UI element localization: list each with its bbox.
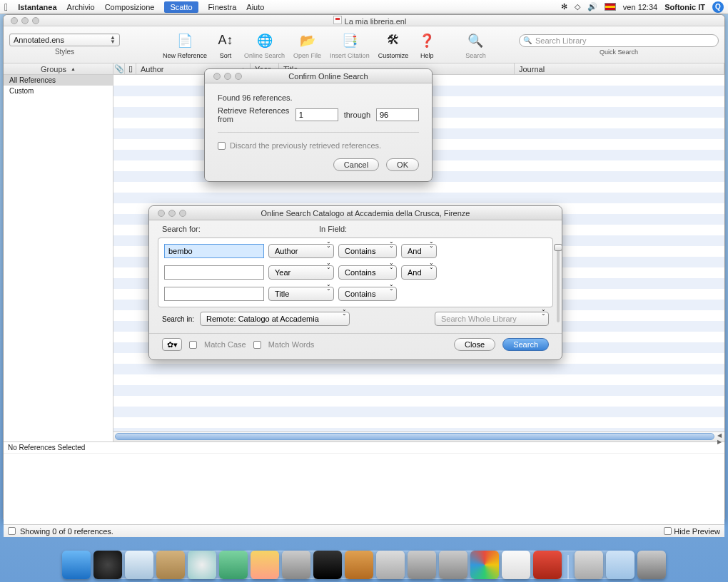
operator-popup[interactable]: Contains <box>338 287 397 301</box>
bluetooth-icon[interactable]: ✻ <box>561 2 567 11</box>
hide-preview-checkbox[interactable] <box>664 527 672 535</box>
field-popup[interactable]: Title <box>268 287 334 301</box>
dock-swirl-icon[interactable] <box>470 551 499 579</box>
style-popup[interactable]: Annotated.ens▲▼ <box>9 34 120 46</box>
dock-textedit-icon[interactable] <box>502 551 530 579</box>
dock-preferences-icon[interactable] <box>439 551 467 579</box>
close-button[interactable]: Close <box>454 338 495 351</box>
spotlight-icon[interactable]: Q <box>712 1 724 13</box>
field-popup[interactable]: Author <box>268 244 334 258</box>
dock-documents-icon[interactable] <box>606 551 635 579</box>
toolbar-insert-citation[interactable]: 📑Insert Citation <box>330 31 370 59</box>
quick-search-label: Quick Search <box>600 48 638 56</box>
dock-finder-icon[interactable] <box>62 551 91 579</box>
dock-dashboard-icon[interactable] <box>93 551 122 579</box>
dock-mail-icon[interactable] <box>575 551 603 579</box>
preview-pane <box>4 453 724 524</box>
apple-menu-icon[interactable]:  <box>4 1 8 13</box>
operator-popup[interactable]: Contains <box>338 244 397 258</box>
quick-search-input[interactable]: Search Library <box>519 34 719 47</box>
dock-utilities-icon[interactable] <box>408 551 436 579</box>
search-term-input[interactable] <box>164 244 264 258</box>
search-row: TitleContains <box>164 287 547 301</box>
input-flag-icon[interactable] <box>605 3 616 11</box>
dock <box>0 543 728 582</box>
confirm-online-search-dialog: Confirm Online Search Found 96 reference… <box>204 68 433 182</box>
window-title: La mia libreria.enl <box>345 17 407 26</box>
retrieve-from-input[interactable] <box>295 108 338 121</box>
clock[interactable]: ven 12:34 <box>623 3 657 11</box>
field-popup[interactable]: Year <box>268 265 334 280</box>
close-icon[interactable] <box>158 210 165 217</box>
dock-image-capture-icon[interactable] <box>282 551 310 579</box>
paperclip-column-icon: 📎 <box>113 63 125 74</box>
search-term-input[interactable] <box>164 287 264 301</box>
toolbar-help[interactable]: ❓Help <box>417 31 437 59</box>
toolbar-customize[interactable]: 🛠Customize <box>378 31 409 59</box>
menu-finestra[interactable]: Finestra <box>208 3 237 11</box>
operator-popup[interactable]: Contains <box>338 265 397 280</box>
search-row: YearContainsAnd <box>164 265 547 280</box>
app-name[interactable]: Istantanea <box>18 3 56 11</box>
toolbar: Annotated.ens▲▼ Styles 📄New ReferenceA↕S… <box>4 26 724 63</box>
discard-checkbox[interactable] <box>218 142 226 150</box>
menu-composizione[interactable]: Composizione <box>105 3 155 11</box>
menu-scatto[interactable]: Scatto <box>164 1 198 13</box>
search-term-input[interactable] <box>164 265 264 280</box>
window-titlebar[interactable]: La mia libreria.enl <box>4 15 724 26</box>
dock-trash-icon[interactable] <box>637 551 666 579</box>
sidebar: Groups▲ All ReferencesCustom <box>4 63 113 441</box>
search-in-popup[interactable]: Remote: Catalogo at Accademia <box>200 312 350 326</box>
statusbar: Showing 0 of 0 references. Hide Preview <box>4 524 724 537</box>
dock-iphoto-icon[interactable] <box>251 551 279 579</box>
status-text: Showing 0 of 0 references. <box>20 527 113 536</box>
toolbar-online-search[interactable]: 🌐Online Search <box>244 31 285 59</box>
dock-imovie-icon[interactable] <box>313 551 342 579</box>
document-icon <box>333 16 342 24</box>
match-words-checkbox[interactable] <box>253 341 261 349</box>
account-name[interactable]: Softonic IT <box>664 3 705 11</box>
preview-label: No References Selected <box>4 441 724 453</box>
menu-aiuto[interactable]: Aiuto <box>246 3 264 11</box>
search-row: AuthorContainsAnd <box>164 244 547 258</box>
online-search-dialog: Online Search Catalogo at Accademia dell… <box>148 205 562 360</box>
sidebar-header[interactable]: Groups▲ <box>4 63 113 75</box>
dock-garageband-icon[interactable] <box>345 551 373 579</box>
join-popup[interactable]: And <box>401 265 437 280</box>
gear-popup[interactable]: ✿▾ <box>162 338 182 351</box>
dock-address-book-icon[interactable] <box>156 551 185 579</box>
join-popup[interactable]: And <box>401 244 437 258</box>
search-button[interactable]: Search <box>502 338 549 351</box>
found-text: Found 96 references. <box>218 93 419 102</box>
toolbar-new-reference[interactable]: 📄New Reference <box>163 31 207 59</box>
flag-column-icon: ▯ <box>125 63 136 74</box>
dialog-title: Online Search Catalogo at Accademia dell… <box>169 209 562 218</box>
styles-label: Styles <box>9 48 120 56</box>
toolbar-sort[interactable]: A↕Sort <box>216 31 236 59</box>
dock-tools-icon[interactable] <box>376 551 405 579</box>
dock-endnote-icon[interactable] <box>533 551 562 579</box>
sidebar-item-custom[interactable]: Custom <box>4 86 113 96</box>
sidebar-item-all-references[interactable]: All References <box>4 75 113 86</box>
search-whole-library-popup[interactable]: Search Whole Library <box>435 312 549 326</box>
dock-cd-icon[interactable] <box>188 551 216 579</box>
search-tool[interactable]: 🔍Search <box>465 31 486 59</box>
menu-archivio[interactable]: Archivio <box>67 3 95 11</box>
toolbar-open-file[interactable]: 📂Open File <box>293 31 321 59</box>
cancel-button[interactable]: Cancel <box>333 158 379 171</box>
retrieve-through-input[interactable] <box>376 108 419 121</box>
ok-button[interactable]: OK <box>386 158 419 171</box>
horizontal-scrollbar[interactable]: ◀ ▶ <box>113 432 724 441</box>
dialog-title: Confirm Online Search <box>225 72 432 81</box>
match-case-checkbox[interactable] <box>189 341 197 349</box>
close-icon[interactable] <box>213 73 221 80</box>
menubar:  Istantanea ArchivioComposizioneScattoF… <box>0 0 728 14</box>
rows-slider[interactable] <box>555 244 561 322</box>
airport-icon[interactable]: ◇ <box>575 2 580 11</box>
volume-icon[interactable]: 🔊 <box>587 2 597 11</box>
dock-itunes-icon[interactable] <box>219 551 248 579</box>
dock-safari-icon[interactable] <box>125 551 153 579</box>
status-checkbox[interactable] <box>8 527 16 535</box>
